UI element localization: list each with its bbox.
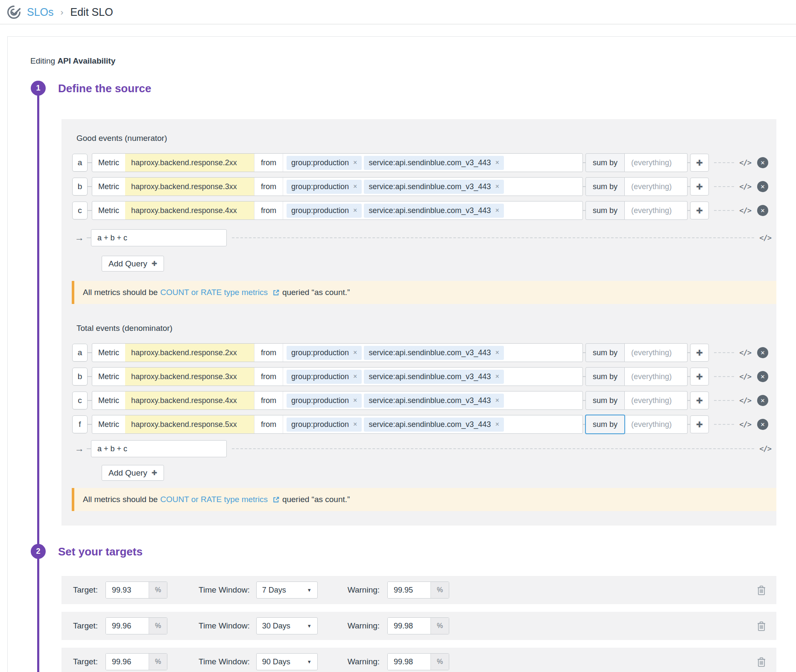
remove-tag-icon[interactable]: × bbox=[353, 397, 357, 404]
arrow-icon: → bbox=[72, 232, 87, 243]
remove-query-icon[interactable]: ✕ bbox=[757, 347, 768, 358]
sum-by-button[interactable]: sum by bbox=[585, 415, 625, 434]
breadcrumb-slos-link[interactable]: SLOs bbox=[27, 6, 54, 18]
code-view-icon[interactable]: </> bbox=[739, 396, 751, 405]
remove-tag-icon[interactable]: × bbox=[495, 421, 499, 428]
delete-target-button[interactable] bbox=[757, 656, 766, 668]
scope-tag[interactable]: service:api.sendinblue.com_v3_443 × bbox=[364, 370, 504, 384]
code-view-icon[interactable]: </> bbox=[739, 158, 751, 167]
remove-tag-icon[interactable]: × bbox=[353, 207, 357, 214]
formula-input[interactable] bbox=[91, 229, 227, 246]
scope-tag[interactable]: group:production × bbox=[287, 394, 362, 408]
scope-tag[interactable]: group:production × bbox=[287, 156, 362, 170]
scope-tag[interactable]: service:api.sendinblue.com_v3_443 × bbox=[364, 204, 504, 218]
add-clause-button[interactable]: ✚ bbox=[690, 178, 709, 196]
sum-by-button[interactable]: sum by bbox=[585, 177, 625, 196]
remove-query-icon[interactable]: ✕ bbox=[757, 181, 768, 192]
remove-tag-icon[interactable]: × bbox=[495, 349, 499, 356]
sum-by-button[interactable]: sum by bbox=[585, 201, 625, 220]
count-rate-docs-link[interactable]: COUNT or RATE type metrics bbox=[160, 288, 268, 297]
page-title: Edit SLO bbox=[70, 6, 113, 18]
time-window-select[interactable]: 30 Days ▼ bbox=[256, 617, 318, 634]
metric-name-input[interactable] bbox=[125, 392, 254, 409]
code-view-icon[interactable]: </> bbox=[759, 444, 771, 453]
scope-tag[interactable]: service:api.sendinblue.com_v3_443 × bbox=[364, 394, 504, 408]
warning-value-input[interactable] bbox=[388, 654, 430, 670]
remove-tag-icon[interactable]: × bbox=[353, 183, 357, 190]
sum-by-value[interactable]: (everything) bbox=[625, 177, 688, 196]
time-window-select[interactable]: 90 Days ▼ bbox=[256, 653, 318, 670]
scope-tag[interactable]: group:production × bbox=[287, 180, 362, 194]
scope-tags[interactable]: group:production × service:api.sendinblu… bbox=[283, 415, 582, 433]
add-clause-button[interactable]: ✚ bbox=[690, 368, 709, 386]
scope-tags[interactable]: group:production × service:api.sendinblu… bbox=[283, 154, 582, 172]
add-clause-button[interactable]: ✚ bbox=[690, 392, 709, 409]
remove-query-icon[interactable]: ✕ bbox=[757, 205, 768, 216]
sum-by-button[interactable]: sum by bbox=[585, 367, 625, 386]
sum-by-value[interactable]: (everything) bbox=[625, 153, 688, 172]
add-clause-button[interactable]: ✚ bbox=[690, 202, 709, 219]
warning-value-input[interactable] bbox=[388, 618, 430, 634]
remove-query-icon[interactable]: ✕ bbox=[757, 419, 768, 430]
remove-tag-icon[interactable]: × bbox=[495, 159, 499, 167]
delete-target-button[interactable] bbox=[757, 584, 766, 596]
remove-query-icon[interactable]: ✕ bbox=[757, 371, 768, 382]
remove-tag-icon[interactable]: × bbox=[353, 421, 357, 428]
metric-name-input[interactable] bbox=[125, 178, 254, 196]
remove-tag-icon[interactable]: × bbox=[353, 159, 357, 167]
add-query-button[interactable]: Add Query ✚ bbox=[102, 256, 164, 272]
time-window-select[interactable]: 7 Days ▼ bbox=[256, 581, 318, 599]
sum-by-value[interactable]: (everything) bbox=[625, 391, 688, 410]
scope-tags[interactable]: group:production × service:api.sendinblu… bbox=[283, 392, 582, 409]
warning-value-input[interactable] bbox=[388, 582, 430, 598]
sum-by-value[interactable]: (everything) bbox=[625, 343, 688, 362]
scope-tag[interactable]: group:production × bbox=[287, 204, 362, 218]
add-clause-button[interactable]: ✚ bbox=[690, 344, 709, 362]
scope-tag[interactable]: group:production × bbox=[287, 370, 362, 384]
sum-by-value[interactable]: (everything) bbox=[625, 415, 688, 434]
sum-by-button[interactable]: sum by bbox=[585, 343, 625, 362]
remove-tag-icon[interactable]: × bbox=[495, 373, 499, 380]
metric-name-input[interactable] bbox=[125, 344, 254, 362]
code-view-icon[interactable]: </> bbox=[739, 348, 751, 357]
target-value-input[interactable] bbox=[106, 582, 149, 598]
remove-tag-icon[interactable]: × bbox=[495, 207, 499, 214]
scope-tag[interactable]: service:api.sendinblue.com_v3_443 × bbox=[364, 418, 504, 432]
code-view-icon[interactable]: </> bbox=[739, 206, 751, 215]
scope-tags[interactable]: group:production × service:api.sendinblu… bbox=[283, 344, 582, 362]
metric-name-input[interactable] bbox=[125, 368, 254, 386]
remove-tag-icon[interactable]: × bbox=[353, 349, 357, 356]
formula-input[interactable] bbox=[91, 440, 227, 457]
add-query-button[interactable]: Add Query ✚ bbox=[102, 465, 164, 481]
add-clause-button[interactable]: ✚ bbox=[690, 415, 709, 433]
code-view-icon[interactable]: </> bbox=[739, 182, 751, 191]
remove-tag-icon[interactable]: × bbox=[353, 373, 357, 380]
scope-tag[interactable]: service:api.sendinblue.com_v3_443 × bbox=[364, 180, 504, 194]
remove-query-icon[interactable]: ✕ bbox=[757, 157, 768, 168]
scope-tags[interactable]: group:production × service:api.sendinblu… bbox=[283, 368, 582, 386]
delete-target-button[interactable] bbox=[757, 620, 766, 632]
metric-name-input[interactable] bbox=[125, 202, 254, 219]
scope-tag[interactable]: group:production × bbox=[287, 346, 362, 360]
sum-by-button[interactable]: sum by bbox=[585, 153, 625, 172]
remove-tag-icon[interactable]: × bbox=[495, 397, 499, 404]
remove-query-icon[interactable]: ✕ bbox=[757, 395, 768, 406]
scope-tags[interactable]: group:production × service:api.sendinblu… bbox=[283, 202, 582, 219]
target-value-input[interactable] bbox=[106, 654, 149, 670]
code-view-icon[interactable]: </> bbox=[759, 234, 771, 242]
sum-by-button[interactable]: sum by bbox=[585, 391, 625, 410]
add-clause-button[interactable]: ✚ bbox=[690, 154, 709, 172]
metric-name-input[interactable] bbox=[125, 415, 254, 433]
code-view-icon[interactable]: </> bbox=[739, 372, 751, 381]
target-value-input[interactable] bbox=[106, 618, 149, 634]
scope-tag[interactable]: group:production × bbox=[287, 418, 362, 432]
count-rate-docs-link[interactable]: COUNT or RATE type metrics bbox=[160, 495, 268, 504]
sum-by-value[interactable]: (everything) bbox=[625, 367, 688, 386]
sum-by-value[interactable]: (everything) bbox=[625, 201, 688, 220]
metric-name-input[interactable] bbox=[125, 154, 254, 172]
scope-tag[interactable]: service:api.sendinblue.com_v3_443 × bbox=[364, 156, 504, 170]
remove-tag-icon[interactable]: × bbox=[495, 183, 499, 190]
code-view-icon[interactable]: </> bbox=[739, 420, 751, 429]
scope-tag[interactable]: service:api.sendinblue.com_v3_443 × bbox=[364, 346, 504, 360]
scope-tags[interactable]: group:production × service:api.sendinblu… bbox=[283, 178, 582, 196]
